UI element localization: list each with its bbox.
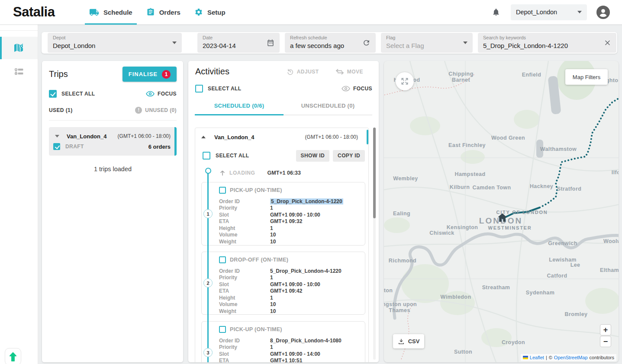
leaflet-link[interactable]: Leaflet bbox=[530, 355, 544, 360]
swap-arrows-icon bbox=[335, 69, 344, 75]
clear-search-icon[interactable] bbox=[604, 39, 611, 47]
csv-export-button[interactable]: CSV bbox=[393, 334, 424, 348]
adjust-label: ADJUST bbox=[297, 69, 319, 75]
field-label: Volume bbox=[219, 232, 270, 238]
trip-checkbox[interactable] bbox=[53, 143, 60, 150]
activity-checkbox[interactable] bbox=[219, 326, 226, 333]
filter-date[interactable]: Date 2023-04-14 bbox=[197, 33, 280, 53]
map-panel[interactable]: hamwood Chipping Barnet Enfield Loughton… bbox=[384, 61, 619, 362]
activities-title: Activities bbox=[195, 67, 229, 77]
trips-panel: Trips FINALISE 1 SELECT ALL FOCUS USED (… bbox=[42, 61, 183, 362]
chevron-down-icon bbox=[463, 42, 467, 44]
move-button[interactable]: MOVE bbox=[335, 68, 363, 75]
depot-home-marker[interactable] bbox=[497, 212, 508, 225]
height-value: 1 bbox=[270, 295, 273, 301]
filter-flag[interactable]: Flag Select a Flag bbox=[381, 33, 473, 53]
order-id-value: 5_Drop_Pick_London-4-1220 bbox=[270, 198, 343, 204]
tab-unscheduled[interactable]: UNSCHEDULED (0) bbox=[284, 98, 372, 115]
slot-value: GMT+1 09:00 - 14:00 bbox=[270, 351, 320, 357]
filter-search[interactable]: Search by keywords 5_Drop_Pick_London-4-… bbox=[478, 33, 616, 53]
volume-value: 10 bbox=[270, 301, 276, 307]
vehicle-group: Van_London_4 (GMT+1 06:00 - 18:00) SELEC… bbox=[195, 128, 369, 362]
satalia-logo: Satalia bbox=[13, 4, 74, 20]
scrollbar-thumb[interactable] bbox=[373, 128, 376, 218]
field-label: Volume bbox=[219, 301, 270, 307]
vehicle-group-header[interactable]: Van_London_4 (GMT+1 06:00 - 18:00) bbox=[195, 128, 368, 146]
adjust-button[interactable]: ADJUST bbox=[287, 68, 319, 75]
osm-link[interactable]: OpenStreetMap bbox=[554, 355, 588, 360]
field-label: Order ID bbox=[219, 198, 270, 204]
map-expand-button[interactable] bbox=[396, 72, 414, 90]
activity-checkbox[interactable] bbox=[219, 256, 226, 263]
history-clock-icon bbox=[287, 68, 294, 75]
slot-value: GMT+1 09:00 - 10:00 bbox=[270, 281, 320, 287]
unused-tab[interactable]: UNUSED (0) bbox=[135, 107, 177, 114]
loading-label: LOADING bbox=[229, 170, 255, 176]
filter-refresh-schedule[interactable]: Refresh schedule a few seconds ago bbox=[285, 33, 376, 53]
download-icon bbox=[398, 338, 405, 345]
refresh-label: Refresh schedule bbox=[290, 35, 361, 41]
zoom-in-button[interactable]: + bbox=[600, 324, 611, 335]
trip-order-count: 6 orders bbox=[148, 144, 171, 150]
filter-date-label: Date bbox=[203, 35, 265, 41]
copy-id-button[interactable]: COPY ID bbox=[333, 150, 365, 162]
field-label: Order ID bbox=[219, 338, 270, 344]
tab-orders[interactable]: Orders bbox=[139, 0, 187, 25]
trips-select-all-checkbox[interactable] bbox=[49, 90, 57, 98]
filter-depot[interactable]: Depot Depot_London bbox=[48, 33, 182, 53]
loading-stop-row: LOADING GMT+1 06:33 bbox=[195, 165, 368, 181]
notifications-bell-icon[interactable] bbox=[491, 7, 501, 17]
activity-card[interactable]: PICK-UP (ON-TIME) Order ID5_Drop_Pick_Lo… bbox=[201, 182, 365, 246]
trips-focus-button[interactable]: FOCUS bbox=[146, 91, 177, 97]
refresh-icon[interactable] bbox=[362, 39, 371, 47]
field-label: Priority bbox=[219, 205, 270, 211]
eta-value: GMT+1 10:51 bbox=[270, 358, 302, 362]
collapse-chevron-icon[interactable] bbox=[55, 135, 59, 137]
used-tab[interactable]: USED (1) bbox=[49, 107, 73, 113]
show-id-button[interactable]: SHOW ID bbox=[296, 150, 329, 162]
search-value: 5_Drop_Pick_London-4-1220 bbox=[483, 42, 602, 50]
finalise-count-badge: 1 bbox=[162, 70, 171, 79]
finalise-button[interactable]: FINALISE 1 bbox=[122, 67, 177, 82]
green-arrow-icon bbox=[9, 352, 17, 364]
order-id-value: 5_Drop_Pick_London-4-1220 bbox=[270, 268, 342, 274]
tab-schedule[interactable]: Schedule bbox=[82, 0, 139, 25]
tab-scheduled[interactable]: SCHEDULED (0/6) bbox=[195, 98, 284, 115]
warning-icon bbox=[135, 107, 142, 114]
trips-select-all-label: SELECT ALL bbox=[61, 91, 95, 97]
activities-focus-button[interactable]: FOCUS bbox=[342, 86, 372, 92]
trip-card[interactable]: Van_London_4 (GMT+1 06:00 - 18:00) DRAFT… bbox=[49, 127, 177, 156]
activity-checkbox[interactable] bbox=[219, 187, 226, 194]
search-label: Search by keywords bbox=[483, 35, 602, 41]
trip-name: Van_London_4 bbox=[67, 133, 106, 140]
zoom-out-button[interactable]: − bbox=[600, 336, 611, 347]
ukraine-flag-icon bbox=[523, 356, 528, 359]
group-select-all-label: SELECT ALL bbox=[216, 153, 249, 159]
eye-icon bbox=[146, 91, 155, 97]
stop-number-marker: 2 bbox=[203, 278, 213, 287]
activities-select-all-checkbox[interactable] bbox=[195, 85, 203, 93]
nav-label-orders: Orders bbox=[159, 9, 180, 16]
tab-setup[interactable]: Setup bbox=[187, 0, 232, 25]
collapse-chevron-up-icon[interactable] bbox=[201, 136, 206, 138]
sidebar-item-timeline-view[interactable] bbox=[0, 61, 38, 83]
activity-type: PICK-UP (ON-TIME) bbox=[230, 187, 282, 193]
field-label: Priority bbox=[219, 275, 270, 281]
chevron-down-icon bbox=[577, 11, 582, 13]
help-launcher-button[interactable] bbox=[5, 348, 21, 364]
account-avatar[interactable] bbox=[596, 6, 610, 19]
depot-select[interactable]: Depot_London bbox=[511, 4, 587, 20]
activity-card[interactable]: DROP-OFF (ON-TIME) Order ID5_Drop_Pick_L… bbox=[201, 252, 365, 315]
sidebar-item-map-view[interactable] bbox=[0, 37, 38, 59]
filter-flag-label: Flag bbox=[386, 35, 458, 41]
activity-type: PICK-UP (ON-TIME) bbox=[230, 326, 282, 332]
trips-loaded-status: 1 trips loaded bbox=[49, 166, 177, 172]
activity-card[interactable]: PICK-UP (ON-TIME) Order ID8_Drop_Pick_Lo… bbox=[201, 321, 365, 362]
group-select-all-checkbox[interactable] bbox=[203, 152, 210, 160]
activities-select-all-label: SELECT ALL bbox=[208, 86, 242, 92]
filter-flag-placeholder: Select a Flag bbox=[386, 42, 458, 50]
map-route-icon bbox=[13, 43, 25, 53]
map-filters-button[interactable]: Map Filters bbox=[565, 69, 608, 85]
weight-value: 10 bbox=[270, 308, 276, 314]
main-nav: Schedule Orders Setup bbox=[82, 0, 232, 25]
